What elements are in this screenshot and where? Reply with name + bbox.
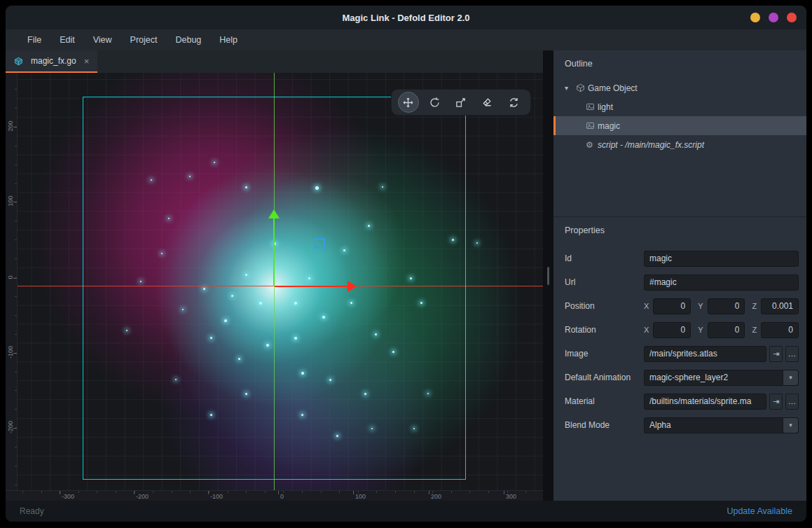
- position-label: Position: [565, 301, 644, 311]
- material-input[interactable]: [644, 394, 766, 410]
- scene-viewport[interactable]: 2001000-100-200 -300-200-1000100200300: [6, 73, 543, 501]
- menu-item-view[interactable]: View: [84, 29, 121, 50]
- ruler-minor-tick: [15, 202, 17, 202]
- tab-magic-fx-go[interactable]: magic_fx.go ×: [6, 50, 97, 73]
- screen: Magic Link - Defold Editor 2.0 FileEditV…: [0, 0, 812, 528]
- position-z-input[interactable]: [761, 298, 799, 314]
- default-animation-label: Default Animation: [565, 373, 644, 382]
- ruler-minor-tick: [469, 491, 470, 493]
- close-button[interactable]: [787, 13, 797, 22]
- panel-splitter[interactable]: [543, 50, 553, 501]
- ruler-label: 200: [7, 116, 14, 137]
- move-manipulator-y[interactable]: [273, 218, 275, 286]
- ruler-tick: [278, 491, 279, 494]
- ruler-minor-tick: [15, 409, 17, 410]
- title-bar[interactable]: Magic Link - Defold Editor 2.0: [6, 6, 806, 29]
- position-x-input[interactable]: [653, 298, 691, 314]
- ruler-minor-tick: [153, 491, 153, 493]
- maximize-button[interactable]: [769, 13, 778, 22]
- ruler-minor-tick: [246, 491, 247, 493]
- outline-item-magic[interactable]: magic: [553, 116, 806, 135]
- ruler-label: -200: [7, 417, 14, 438]
- ruler-minor-tick: [525, 491, 526, 493]
- ruler-minor-tick: [97, 491, 97, 493]
- refresh-tool-button[interactable]: [503, 92, 524, 113]
- axis-x-label: X: [644, 302, 649, 310]
- ruler-minor-tick: [376, 491, 377, 493]
- eraser-tool-button[interactable]: [477, 92, 498, 113]
- status-ready-text: Ready: [20, 506, 44, 516]
- tab-close-icon[interactable]: ×: [84, 56, 90, 67]
- minimize-button[interactable]: [750, 13, 760, 22]
- url-label: Url: [565, 277, 644, 287]
- menu-item-edit[interactable]: Edit: [50, 29, 84, 50]
- default-animation-select[interactable]: magic-sphere_layer2 ▾: [644, 370, 799, 386]
- ruler-tick: [504, 491, 504, 494]
- outline-item-light[interactable]: light: [553, 97, 806, 116]
- move-tool-button[interactable]: [398, 92, 419, 113]
- sprite-gizmo[interactable]: [315, 238, 325, 249]
- rotate-tool-button[interactable]: [424, 92, 445, 113]
- menu-item-help[interactable]: Help: [210, 29, 247, 50]
- menu-item-debug[interactable]: Debug: [166, 29, 210, 50]
- ruler-minor-tick: [228, 491, 228, 493]
- ruler-minor-tick: [358, 491, 359, 493]
- rotation-label: Rotation: [565, 325, 644, 335]
- url-input[interactable]: [644, 275, 799, 291]
- rotation-y-input[interactable]: [708, 322, 745, 338]
- ruler-minor-tick: [190, 491, 191, 493]
- material-open-resource-button[interactable]: ⇥: [769, 394, 783, 410]
- ruler-minor-tick: [15, 221, 17, 221]
- disclosure-triangle-icon[interactable]: ▾: [565, 84, 576, 92]
- prop-row-id: Id: [565, 246, 799, 270]
- menu-item-project[interactable]: Project: [121, 29, 167, 50]
- ruler-minor-tick: [116, 491, 116, 493]
- blend-mode-select[interactable]: Alpha ▾: [644, 417, 799, 433]
- game-object-file-icon: [14, 57, 26, 66]
- outline-item-script[interactable]: ⚙script - /main/magic_fx.script: [553, 135, 806, 154]
- sprite-icon: [586, 121, 598, 130]
- properties-section: Properties Id Url Positi: [553, 217, 806, 501]
- ruler-minor-tick: [414, 491, 415, 493]
- outline-section: Outline ▾Game Objectlightmagic⚙script - …: [553, 50, 806, 217]
- position-y-input[interactable]: [708, 298, 745, 314]
- outline-item-game[interactable]: ▾Game Object: [553, 78, 806, 97]
- image-open-resource-button[interactable]: ⇥: [769, 346, 783, 362]
- ruler-label: 300: [506, 493, 516, 500]
- status-bar: Ready Update Available: [6, 501, 806, 522]
- ruler-minor-tick: [15, 165, 17, 165]
- chevron-down-icon: ▾: [783, 370, 798, 385]
- rotation-x-input[interactable]: [653, 322, 691, 338]
- material-label: Material: [565, 396, 644, 406]
- update-available-link[interactable]: Update Available: [727, 506, 792, 516]
- ruler-bottom: -300-200-1000100200300: [6, 490, 543, 501]
- ruler-minor-tick: [15, 239, 17, 240]
- ruler-label: 0: [7, 267, 14, 288]
- tab-bar: magic_fx.go ×: [6, 50, 543, 73]
- ruler-minor-tick: [395, 491, 396, 493]
- move-manipulator-x-arrowhead[interactable]: [347, 281, 357, 292]
- chevron-down-icon: ▾: [783, 418, 798, 433]
- gear-icon: ⚙: [586, 140, 598, 150]
- move-manipulator-x[interactable]: [275, 286, 347, 287]
- menu-item-file[interactable]: File: [18, 29, 50, 50]
- axis-x-label: X: [644, 326, 649, 334]
- id-input[interactable]: [644, 251, 799, 267]
- move-manipulator-y-arrowhead[interactable]: [268, 209, 280, 218]
- axis-z-label: Z: [752, 302, 757, 310]
- rotation-z-input[interactable]: [761, 322, 799, 338]
- ruler-label: 100: [7, 190, 14, 211]
- ruler-minor-tick: [15, 428, 17, 429]
- ruler-label: 100: [355, 493, 366, 500]
- prop-row-image: Image ⇥ …: [565, 342, 799, 366]
- splitter-handle-icon: [547, 267, 549, 285]
- editor-column: magic_fx.go ×: [6, 50, 543, 501]
- ruler-minor-tick: [15, 258, 17, 259]
- material-browse-button[interactable]: …: [785, 394, 799, 410]
- ruler-minor-tick: [15, 485, 17, 485]
- scale-tool-button[interactable]: [450, 92, 472, 113]
- image-browse-button[interactable]: …: [785, 346, 799, 362]
- image-input[interactable]: [644, 346, 766, 362]
- tab-label: magic_fx.go: [31, 56, 76, 66]
- ruler-minor-tick: [507, 491, 508, 493]
